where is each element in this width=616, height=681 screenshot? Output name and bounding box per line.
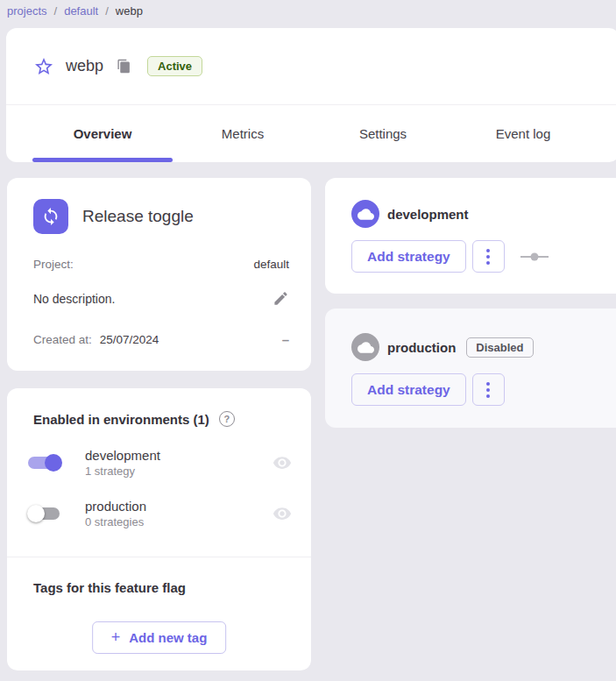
breadcrumb-separator: / <box>105 4 109 18</box>
panel-header: production Disabled <box>351 333 534 361</box>
page-title: webp <box>66 57 103 75</box>
strategy-connector-icon <box>520 252 549 262</box>
environment-name: production <box>85 499 273 514</box>
breadcrumb-default-link[interactable]: default <box>64 4 98 18</box>
production-environment-panel: production Disabled Add strategy <box>325 309 616 428</box>
environments-heading: Enabled in environments (1) <box>33 412 209 427</box>
tab-label: Settings <box>359 126 407 141</box>
toggle-thumb <box>27 505 45 522</box>
header-card: webp Active Overview Metrics Settings Ev… <box>6 28 616 162</box>
tab-overview[interactable]: Overview <box>32 105 173 162</box>
active-tab-indicator <box>32 158 173 162</box>
development-environment-panel: development Add strategy <box>325 178 616 294</box>
tab-label: Metrics <box>222 126 264 141</box>
add-new-tag-label: Add new tag <box>129 630 207 645</box>
breadcrumb-current: webp <box>116 4 143 18</box>
created-at-row: Created at: 25/07/2024 – <box>33 332 289 347</box>
tab-label: Event log <box>496 126 551 141</box>
flag-details-card: Release toggle Project: default No descr… <box>7 178 311 371</box>
disabled-badge: Disabled <box>466 337 533 358</box>
favorite-star-icon[interactable] <box>33 56 54 77</box>
flag-type-label: Release toggle <box>82 207 194 226</box>
environment-name: development <box>85 448 273 463</box>
description-text: No description. <box>33 292 115 306</box>
panel-actions: Add strategy <box>351 240 549 273</box>
plus-icon: + <box>111 628 121 647</box>
project-label: Project: <box>33 258 74 271</box>
breadcrumb: projects / default / webp <box>7 1 143 20</box>
development-toggle-switch[interactable] <box>25 452 64 473</box>
tab-settings[interactable]: Settings <box>313 105 453 162</box>
title-row: webp Active <box>33 28 202 104</box>
panel-environment-name: production <box>387 340 456 355</box>
tab-metrics[interactable]: Metrics <box>173 105 313 162</box>
environments-heading-row: Enabled in environments (1) ? <box>33 411 235 427</box>
panel-header: development <box>351 200 469 228</box>
tags-heading: Tags for this feature flag <box>33 580 186 595</box>
environment-row-development: development 1 strategy <box>25 448 292 478</box>
toggle-thumb <box>45 454 62 472</box>
more-options-kebab-button[interactable] <box>472 373 505 406</box>
project-value: default <box>253 258 289 271</box>
edit-description-pencil-icon[interactable] <box>273 290 289 307</box>
created-at-value: 25/07/2024 <box>100 333 159 346</box>
created-at-label: Created at: <box>33 333 92 346</box>
environment-strategy-count: 1 strategy <box>85 465 273 478</box>
card-divider <box>7 557 311 557</box>
more-options-kebab-button[interactable] <box>472 240 505 273</box>
visibility-eye-icon[interactable] <box>273 453 292 472</box>
development-cloud-icon <box>351 200 379 228</box>
copy-icon[interactable] <box>117 59 131 74</box>
tab-label: Overview <box>74 126 132 141</box>
release-toggle-icon <box>33 199 68 234</box>
status-badge: Active <box>147 56 202 76</box>
add-new-tag-button[interactable]: + Add new tag <box>92 621 227 654</box>
description-row: No description. <box>33 290 289 307</box>
feature-flag-page: projects / default / webp webp Active Ov… <box>0 0 616 681</box>
empty-value-dash: – <box>282 332 289 347</box>
breadcrumb-projects-link[interactable]: projects <box>7 4 47 18</box>
project-row: Project: default <box>33 258 289 271</box>
add-strategy-button[interactable]: Add strategy <box>351 373 466 406</box>
production-cloud-icon <box>351 333 379 361</box>
panel-environment-name: development <box>387 207 469 222</box>
tab-event-log[interactable]: Event log <box>453 105 593 162</box>
environment-strategy-count: 0 strategies <box>85 515 273 528</box>
help-icon[interactable]: ? <box>219 411 235 427</box>
production-toggle-switch[interactable] <box>25 503 64 524</box>
visibility-eye-icon[interactable] <box>273 504 292 523</box>
environment-row-production: production 0 strategies <box>25 499 292 528</box>
panel-actions: Add strategy <box>351 373 505 406</box>
add-strategy-button[interactable]: Add strategy <box>351 240 466 273</box>
tabs: Overview Metrics Settings Event log <box>6 104 616 162</box>
environments-card: Enabled in environments (1) ? developmen… <box>7 388 311 670</box>
flag-type-header: Release toggle <box>33 199 194 234</box>
breadcrumb-separator: / <box>54 4 58 18</box>
